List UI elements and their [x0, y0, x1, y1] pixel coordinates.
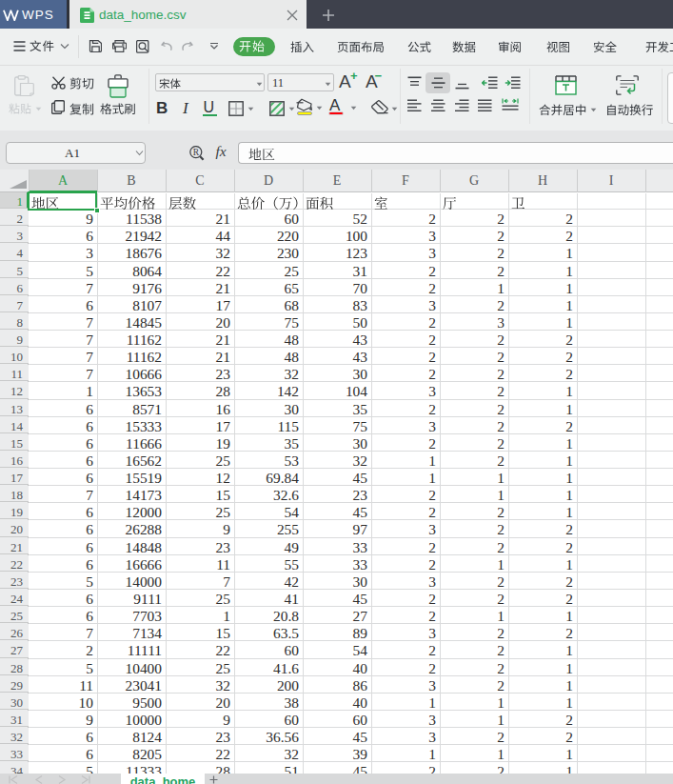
svg-text:R: R: [193, 148, 200, 157]
